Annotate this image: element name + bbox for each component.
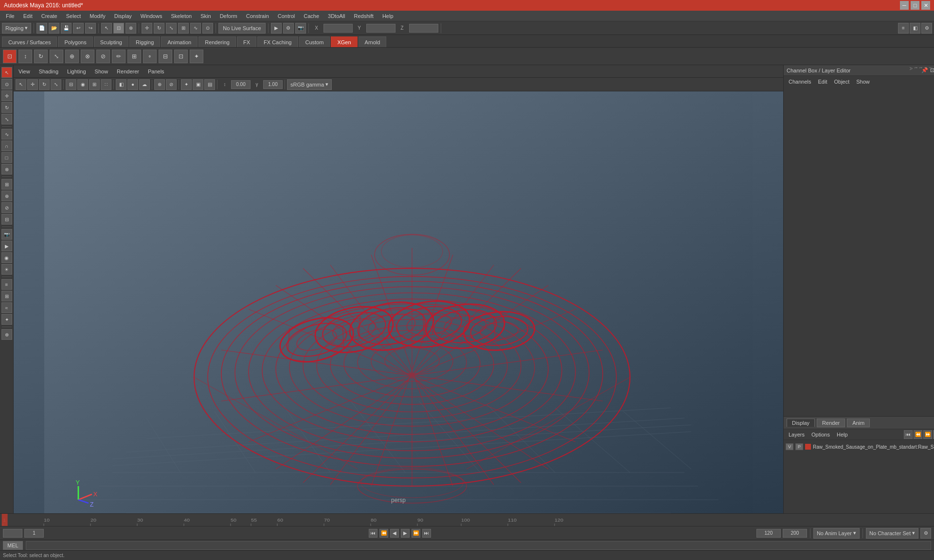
sculpt-tool[interactable]: ∩ — [1, 140, 12, 151]
shelf-icon-lattice[interactable]: ⊟ — [159, 50, 172, 63]
timeline[interactable]: 1 10 20 30 40 50 55 60 70 80 — [0, 513, 934, 526]
layers-tool[interactable]: ≡ — [1, 279, 12, 290]
vp-xray[interactable]: ✦ — [181, 79, 192, 90]
vp-resolution-gate[interactable]: ▣ — [193, 79, 203, 90]
lasso-select-button[interactable]: ⊡ — [113, 23, 124, 34]
shelf-icon-constraint[interactable]: ⊞ — [127, 50, 141, 63]
snapshot-button[interactable]: 📷 — [295, 23, 306, 34]
scale-tool[interactable]: ⤡ — [1, 114, 12, 124]
snap-curve-tool[interactable]: ⊕ — [1, 191, 12, 201]
material-tool[interactable]: ◉ — [1, 252, 12, 263]
move-tool[interactable]: ✛ — [1, 90, 12, 101]
paint-tool[interactable]: ⊙ — [1, 79, 12, 89]
menu-help[interactable]: Help — [378, 12, 397, 20]
cb-tab-channels[interactable]: Channels — [787, 78, 813, 86]
mel-tab[interactable]: MEL — [3, 541, 23, 550]
vp-menu-renderer[interactable]: Renderer — [114, 68, 142, 75]
tab-fx[interactable]: FX — [237, 36, 256, 47]
shelf-icon-cluster[interactable]: ∘ — [143, 50, 157, 63]
layer-playback-toggle[interactable]: P — [795, 443, 803, 450]
redo-button[interactable]: ↪ — [85, 23, 96, 34]
hypergraph-tool[interactable]: ⊞ — [1, 291, 12, 301]
vp-wireframe[interactable]: ⊟ — [66, 79, 76, 90]
viewport-3d[interactable]: X Y Z persp — [14, 91, 783, 513]
tab-polygons[interactable]: Polygons — [58, 36, 92, 47]
tab-curves-surfaces[interactable]: Curves / Surfaces — [2, 36, 57, 47]
cb-tab-object[interactable]: Object — [832, 78, 851, 86]
scale-tool-button[interactable]: ⤡ — [166, 23, 177, 34]
camera-tool[interactable]: 📷 — [1, 229, 12, 240]
y-coord-input[interactable] — [366, 24, 395, 33]
save-file-button[interactable]: 💾 — [61, 23, 72, 34]
tab-fx-caching[interactable]: FX Caching — [257, 36, 298, 47]
vp-film-gate[interactable]: ▤ — [204, 79, 215, 90]
region-select-tool[interactable]: □ — [1, 152, 12, 163]
go-to-end-button[interactable]: ⏭ — [422, 529, 431, 538]
menu-create[interactable]: Create — [37, 12, 61, 20]
workspace-dropdown[interactable]: Rigging ▾ — [2, 23, 31, 34]
vp-shadows[interactable]: ☁ — [139, 79, 150, 90]
close-button[interactable]: ✕ — [921, 1, 930, 10]
paint-select-button[interactable]: ⊕ — [126, 23, 136, 34]
tab-rigging[interactable]: Rigging — [129, 36, 160, 47]
vp-isolate[interactable]: ⊕ — [154, 79, 165, 90]
layers-prev-btn[interactable]: ⏮ — [904, 430, 913, 439]
menu-select[interactable]: Select — [62, 12, 85, 20]
tab-sculpting[interactable]: Sculpting — [94, 36, 128, 47]
maximize-button[interactable]: □ — [911, 1, 919, 10]
soft-mod-button[interactable]: ∿ — [190, 23, 201, 34]
shelf-icon-rotate[interactable]: ↻ — [34, 50, 48, 63]
character-set-options-button[interactable]: ⚙ — [920, 528, 931, 539]
playback-end-input[interactable]: 120 — [756, 529, 781, 538]
play-back-button[interactable]: ◀ — [390, 529, 399, 538]
cb-tab-edit[interactable]: Edit — [816, 78, 829, 86]
universal-manip-button[interactable]: ⊞ — [178, 23, 189, 34]
rotate-tool-button[interactable]: ↻ — [154, 23, 164, 34]
vp-hide-geo[interactable]: ⊘ — [166, 79, 177, 90]
tab-animation[interactable]: Animation — [161, 36, 198, 47]
snap-point-tool[interactable]: ⊘ — [1, 202, 12, 213]
vp-menu-panels[interactable]: Panels — [145, 68, 167, 75]
layer-color-swatch[interactable] — [805, 444, 811, 450]
open-file-button[interactable]: 📂 — [49, 23, 59, 34]
vp-tumble[interactable]: ↻ — [39, 79, 50, 90]
lasso-tool[interactable]: ⊗ — [1, 164, 12, 175]
tab-arnold[interactable]: Arnold — [359, 36, 387, 47]
play-forward-button[interactable]: ▶ — [401, 529, 410, 538]
shelf-icon-paint[interactable]: ✏ — [112, 50, 126, 63]
render-settings-button[interactable]: ⚙ — [283, 23, 294, 34]
vp-menu-show[interactable]: Show — [92, 68, 111, 75]
menu-deform[interactable]: Deform — [216, 12, 241, 20]
soft-select-tool[interactable]: ∿ — [1, 129, 12, 140]
last-tool-button[interactable]: ⊙ — [202, 23, 213, 34]
step-back-button[interactable]: ⏪ — [379, 529, 388, 538]
x-coord-input[interactable] — [323, 24, 353, 33]
vp-ambient-occlusion[interactable]: ● — [127, 79, 138, 90]
menu-windows[interactable]: Windows — [137, 12, 166, 20]
shelf-icon-skin[interactable]: ⊘ — [96, 50, 110, 63]
script-input[interactable] — [26, 541, 931, 550]
layers-menu-help[interactable]: Help — [834, 431, 851, 438]
menu-skin[interactable]: Skin — [197, 12, 215, 20]
move-tool-button[interactable]: ✛ — [142, 23, 152, 34]
vp-menu-shading[interactable]: Shading — [36, 68, 61, 75]
select-tool-button[interactable]: ↖ — [101, 23, 112, 34]
shelf-icon-xgen[interactable]: ✦ — [190, 50, 203, 63]
window-controls[interactable]: ─ □ ✕ — [900, 1, 930, 10]
menu-edit[interactable]: Edit — [19, 12, 36, 20]
snap-grid-tool[interactable]: ⊞ — [1, 179, 12, 190]
anim-layer-dropdown[interactable]: No Anim Layer ▾ — [813, 528, 860, 539]
layers-prev2-btn[interactable]: ⏪ — [914, 430, 922, 439]
select-tool[interactable]: ↖ — [1, 67, 12, 78]
menu-modify[interactable]: Modify — [86, 12, 109, 20]
vp-menu-lighting[interactable]: Lighting — [64, 68, 89, 75]
vp-zoom[interactable]: ⤡ — [51, 79, 61, 90]
vp-menu-view[interactable]: View — [16, 68, 33, 75]
menu-control[interactable]: Control — [274, 12, 299, 20]
snap-surface-tool[interactable]: ⊟ — [1, 214, 12, 225]
render-button[interactable]: ▶ — [271, 23, 282, 34]
minimize-button[interactable]: ─ — [900, 1, 909, 10]
light-tool[interactable]: ☀ — [1, 264, 12, 275]
menu-file[interactable]: File — [2, 12, 18, 20]
render-preview-tool[interactable]: ▶ — [1, 241, 12, 251]
